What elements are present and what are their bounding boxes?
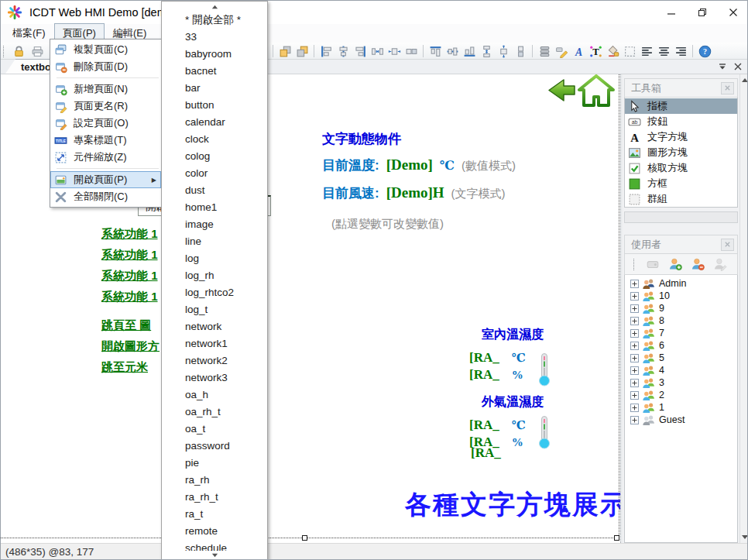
canvas-link[interactable]: 開啟圖形方: [101, 339, 160, 354]
submenu-item[interactable]: network3: [162, 369, 267, 387]
text-color-button[interactable]: T: [588, 43, 603, 59]
align-bottom-button[interactable]: [461, 43, 477, 59]
font-button[interactable]: A: [571, 43, 586, 59]
submenu-item[interactable]: oa_h: [162, 387, 267, 404]
add-user-button[interactable]: [667, 256, 683, 272]
panel-scrollbar[interactable]: [739, 74, 748, 543]
distribute-horizontal-button[interactable]: [369, 43, 385, 59]
user-tree-row-3[interactable]: 3: [625, 376, 737, 389]
toolbox-item-imageblock[interactable]: 圖形方塊: [625, 145, 737, 160]
align-middle-button[interactable]: [444, 43, 460, 59]
toolbox-item-rect[interactable]: 方框: [625, 176, 737, 191]
expand-plus-icon[interactable]: [630, 280, 639, 288]
menu-item-delete-page[interactable]: 刪除頁面(D): [50, 58, 161, 75]
user-tree-row-7[interactable]: 7: [625, 327, 737, 339]
menu-item-project-title[interactable]: TITLE專案標題(T): [50, 132, 161, 149]
menu-item-close-all[interactable]: 全部關閉(C): [50, 188, 161, 205]
submenu-item[interactable]: line: [162, 233, 267, 250]
align-right-button[interactable]: [352, 43, 368, 59]
dynamic-value[interactable]: [Demo]H: [386, 184, 444, 201]
user-tree-row-4[interactable]: 4: [625, 364, 737, 376]
submenu-item[interactable]: oa_t: [162, 421, 267, 438]
close-button[interactable]: [718, 1, 748, 24]
fill-color-button[interactable]: [605, 43, 620, 59]
canvas-link[interactable]: 系統功能 1: [101, 227, 158, 242]
expand-plus-icon[interactable]: [630, 354, 639, 362]
sensor-value[interactable]: [RA_: [469, 350, 499, 366]
help-button[interactable]: ?: [697, 43, 712, 59]
expand-plus-icon[interactable]: [630, 404, 639, 412]
canvas-link[interactable]: 跳頁至 圖: [101, 318, 151, 333]
submenu-item[interactable]: calendar: [162, 114, 267, 131]
toolbox-close-button[interactable]: [721, 82, 734, 94]
submenu-item[interactable]: log_rhtco2: [162, 284, 267, 301]
resize-width-button[interactable]: [386, 43, 402, 59]
expand-plus-icon[interactable]: [630, 292, 639, 301]
menu-item-scale-components[interactable]: 元件縮放(Z): [50, 149, 161, 166]
maximize-button[interactable]: [687, 1, 718, 24]
lock-button[interactable]: [11, 43, 26, 59]
user-tree-row-2[interactable]: 2: [625, 389, 737, 401]
canvas-link[interactable]: 跳至元米: [101, 360, 148, 375]
submenu-item[interactable]: button: [162, 97, 267, 114]
submenu-item[interactable]: network: [162, 318, 267, 335]
expand-plus-icon[interactable]: [630, 366, 639, 375]
swap-horizontal-button[interactable]: [403, 43, 419, 59]
home-icon[interactable]: [577, 74, 616, 108]
user-tree-row-10[interactable]: 10: [625, 290, 737, 302]
canvas-link[interactable]: 系統功能 1: [101, 269, 158, 283]
dynamic-value[interactable]: [Demo]: [386, 156, 433, 173]
submenu-scroll-down[interactable]: [163, 551, 266, 559]
print-button[interactable]: [29, 43, 45, 59]
submenu-item[interactable]: ra_rh: [162, 472, 267, 489]
submenu-item[interactable]: log_rh: [162, 267, 267, 284]
scroll-down-icon[interactable]: [741, 533, 748, 541]
back-arrow-icon[interactable]: [547, 77, 576, 103]
submenu-item[interactable]: dust: [162, 182, 267, 199]
sensor-value[interactable]: [RA_: [469, 417, 499, 433]
submenu-item[interactable]: ra_rh_t: [162, 489, 267, 506]
scroll-up-icon[interactable]: [741, 76, 748, 84]
submenu-item[interactable]: * 開啟全部 *: [162, 12, 267, 29]
submenu-scroll-up[interactable]: [163, 2, 266, 11]
submenu-item[interactable]: pie: [162, 455, 267, 472]
toolbox-item-button[interactable]: ab按鈕: [625, 114, 737, 129]
selection-frame-button[interactable]: [622, 43, 637, 59]
expand-plus-icon[interactable]: [630, 304, 639, 313]
resize-handle[interactable]: [614, 535, 619, 541]
submenu-item[interactable]: bar: [162, 80, 267, 97]
submenu-item[interactable]: color: [162, 165, 267, 182]
minimize-button[interactable]: [656, 1, 687, 24]
canvas-link[interactable]: 系統功能 1: [101, 248, 158, 263]
import-users-button[interactable]: [645, 256, 661, 272]
menu-item-new-page[interactable]: 新增頁面(N): [50, 81, 161, 98]
submenu-item[interactable]: oa_rh_t: [162, 404, 267, 421]
submenu-item[interactable]: password: [162, 438, 267, 455]
user-tree-row-8[interactable]: 8: [625, 314, 737, 327]
users-close-button[interactable]: [721, 239, 734, 251]
menu-item-page-settings[interactable]: 設定頁面(O): [50, 115, 161, 132]
submenu-item[interactable]: log: [162, 250, 267, 267]
user-tree-row-guest[interactable]: Guest: [625, 414, 737, 426]
text-align-left-button[interactable]: [639, 43, 654, 59]
align-top-button[interactable]: [427, 43, 443, 59]
expand-plus-icon[interactable]: [630, 329, 639, 338]
menu-item-rename-page[interactable]: 頁面更名(R): [50, 98, 161, 115]
align-center-button[interactable]: [335, 43, 351, 59]
expand-plus-icon[interactable]: [630, 416, 639, 424]
resize-height-button[interactable]: [496, 43, 511, 59]
menu-item-open-page[interactable]: 開啟頁面(P)▶: [50, 171, 161, 188]
expand-plus-icon[interactable]: [630, 379, 639, 387]
submenu-item[interactable]: colog: [162, 148, 267, 165]
toolbar-overflow-icon[interactable]: [718, 62, 727, 71]
user-tree-row-1[interactable]: 1: [625, 401, 737, 414]
canvas-link[interactable]: 系統功能 1: [101, 290, 158, 304]
expand-plus-icon[interactable]: [630, 391, 639, 400]
toolbox-item-group[interactable]: 群組: [625, 191, 737, 207]
submenu-item[interactable]: 33: [162, 29, 267, 46]
submenu-item[interactable]: home1: [162, 199, 267, 216]
tab-close-icon[interactable]: [733, 62, 743, 71]
send-to-back-button[interactable]: [294, 43, 310, 59]
submenu-item[interactable]: clock: [162, 131, 267, 148]
submenu-item[interactable]: remote: [162, 523, 267, 540]
